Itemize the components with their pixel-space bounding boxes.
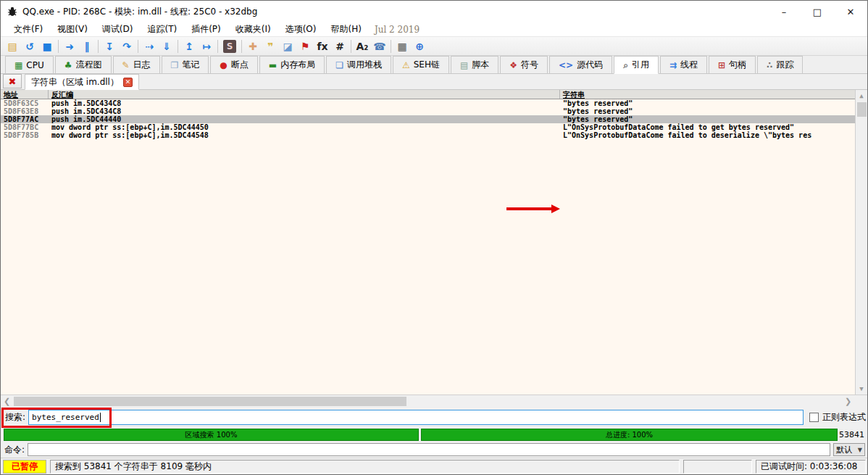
menu-item[interactable]: 文件(F) (7, 24, 50, 34)
tab-seh-chain[interactable]: ⚠SEH链 (393, 56, 449, 73)
symbols-icon: ❖ (509, 60, 517, 70)
search-input[interactable]: bytes_reserved (28, 410, 804, 425)
menu-item[interactable]: 选项(O) (278, 24, 324, 34)
table-row[interactable]: 5D8F785Bmov dword ptr ss:[ebp+C],im.5DC4… (1, 131, 867, 139)
horizontal-scroll-thumb[interactable] (14, 397, 406, 406)
window-title: QQ.exe - PID: 268C - 模块: im.dll - 线程: 25… (22, 6, 767, 18)
scroll-down-icon[interactable]: ▼ (856, 383, 867, 395)
menu-item[interactable]: 帮助(H) (323, 24, 368, 34)
open-file-icon[interactable]: ▤ (4, 38, 21, 54)
toolbar-separator (351, 40, 351, 53)
regex-label: 正则表达式 (822, 411, 866, 424)
tab-graph[interactable]: ♣流程图 (55, 56, 112, 73)
animate-into-icon[interactable]: ⇢ (141, 38, 158, 54)
execute-till-return-icon[interactable]: ↥ (180, 38, 198, 54)
table-row[interactable]: 5D8F77ACpush im.5DC44440"bytes_reserved" (1, 115, 867, 123)
references-table: 地址 反汇编 字符串 5D8F63C5push im.5DC434C8"byte… (1, 90, 867, 395)
trace-icon: ∴ (767, 60, 772, 70)
column-header-string[interactable]: 字符串 (560, 90, 867, 99)
calculator-icon[interactable]: ▦ (393, 38, 411, 54)
vertical-scrollbar[interactable]: ▲ ▼ (855, 90, 867, 395)
status-badge: 已暂停 (3, 460, 46, 474)
toolbar: ▤↺■➜‖↧↷⇢⇓↥↦S✚❞◪⚑fx#A₂☎▦⊕ (1, 37, 867, 56)
close-tab-icon[interactable]: ✕ (123, 78, 133, 87)
scroll-right-icon[interactable]: ❯ (842, 397, 854, 406)
cell-string: "bytes_reserved" (560, 115, 867, 123)
comments-icon[interactable]: ❞ (262, 38, 279, 54)
tab-label: 日志 (133, 59, 151, 71)
tab-strings-region[interactable]: 字符串（区域 im.dll） ✕ (25, 74, 139, 90)
tab-label: 源代码 (577, 59, 603, 71)
column-header-disassembly[interactable]: 反汇编 (49, 90, 560, 99)
tab-memory-map[interactable]: ▬内存布局 (259, 56, 325, 73)
table-row[interactable]: 5D8F77BCmov dword ptr ss:[ebp+C],im.5DC4… (1, 123, 867, 131)
cell-disassembly: push im.5DC434C8 (49, 99, 560, 107)
search-match-underline: bytes_reserved (567, 99, 628, 107)
az-strings-icon[interactable]: A₂ (354, 38, 371, 54)
table-row[interactable]: 5D8F63E8push im.5DC434C8"bytes_reserved" (1, 107, 867, 115)
tab-references[interactable]: ⌕引用 (614, 56, 659, 74)
table-row[interactable]: 5D8F63C5push im.5DC434C8"bytes_reserved" (1, 99, 867, 107)
tab-script[interactable]: ▤脚本 (451, 56, 498, 73)
horizontal-scrollbar[interactable]: ❮ ❯ (1, 395, 867, 407)
hash-icon[interactable]: # (331, 38, 349, 54)
source-code-icon: <> (559, 60, 573, 70)
maximize-button[interactable]: □ (801, 1, 834, 22)
progress-row: 区域搜索 100% 总进度: 100% 53841 (1, 428, 867, 442)
tab-label: 内存布局 (280, 59, 315, 71)
labels-icon[interactable]: ◪ (279, 38, 296, 54)
script-icon: ▤ (460, 60, 468, 70)
menu-bar: 文件(F)视图(V)调试(D)追踪(T)插件(P)收藏夹(I)选项(O)帮助(H… (1, 22, 867, 37)
scroll-up-icon[interactable]: ▲ (856, 90, 867, 102)
tab-source-code[interactable]: <>源代码 (549, 56, 612, 73)
s-toggle-icon[interactable]: S (223, 40, 236, 53)
tab-trace[interactable]: ∴跟踪 (757, 56, 803, 73)
tab-breakpoints[interactable]: ●断点 (210, 56, 257, 73)
close-all-tabs-button[interactable]: ✖ (3, 74, 22, 88)
animate-over-icon[interactable]: ⇓ (158, 38, 175, 54)
globe-icon[interactable]: ⊕ (411, 38, 428, 54)
tab-log[interactable]: ✎日志 (113, 56, 160, 73)
column-header-address[interactable]: 地址 (1, 90, 49, 99)
regex-checkbox[interactable] (809, 413, 819, 422)
tab-handles[interactable]: ⊞句柄 (709, 56, 756, 73)
total-progressbar: 总进度: 100% (421, 429, 838, 441)
menu-item[interactable]: 视图(V) (50, 24, 95, 34)
minimize-button[interactable]: – (767, 1, 801, 22)
menu-item[interactable]: 调试(D) (95, 24, 141, 34)
command-input[interactable] (28, 443, 830, 456)
restart-icon[interactable]: ↺ (21, 38, 38, 54)
tab-call-stack[interactable]: ❏调用堆栈 (326, 56, 391, 73)
bookmarks-icon[interactable]: ⚑ (296, 38, 314, 54)
tab-cpu[interactable]: ▦CPU (5, 56, 54, 73)
tab-label: 符号 (521, 59, 538, 71)
run-icon[interactable]: ➜ (61, 38, 78, 54)
step-over-icon[interactable]: ↷ (118, 38, 135, 54)
tab-threads[interactable]: ⇉线程 (660, 56, 707, 73)
handheld-icon[interactable]: ☎ (371, 38, 388, 54)
breakpoints-icon: ● (220, 60, 227, 70)
vertical-scroll-thumb[interactable] (857, 102, 867, 117)
build-date: Jul 2 2019 (375, 25, 420, 35)
menu-item[interactable]: 插件(P) (184, 24, 228, 34)
tab-symbols[interactable]: ❖符号 (500, 56, 548, 73)
run-to-user-code-icon[interactable]: ↦ (198, 38, 215, 54)
step-into-icon[interactable]: ↧ (101, 38, 118, 54)
close-button[interactable]: ✕ (834, 1, 867, 22)
scroll-left-icon[interactable]: ❮ (1, 397, 13, 406)
command-profile-dropdown[interactable]: 默认 ▼ (833, 443, 865, 456)
patches-icon[interactable]: ✚ (244, 38, 262, 54)
toolbar-separator (138, 40, 138, 53)
tab-label: 笔记 (182, 59, 199, 71)
functions-icon[interactable]: fx (314, 38, 331, 54)
cell-address: 5D8F63E8 (1, 107, 49, 115)
tab-notes[interactable]: ❐笔记 (162, 56, 209, 73)
menu-item[interactable]: 收藏夹(I) (228, 24, 278, 34)
pause-icon[interactable]: ‖ (78, 38, 96, 54)
text-caret (100, 413, 101, 422)
tab-label: 句柄 (729, 59, 746, 71)
menu-item[interactable]: 追踪(T) (140, 24, 184, 34)
annotation-arrow (506, 206, 560, 212)
tab-label: 脚本 (472, 59, 489, 71)
close-debuggee-icon[interactable]: ■ (38, 38, 56, 54)
